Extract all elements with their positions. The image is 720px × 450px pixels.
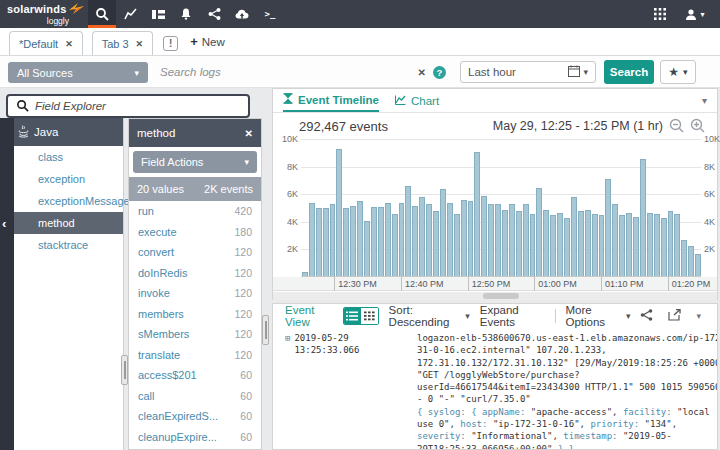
saved-searches-button[interactable]: ★ ▾	[660, 60, 696, 84]
field-value-row: doInRedis120	[129, 263, 261, 284]
chart-bar	[364, 221, 370, 276]
export-icon[interactable]	[668, 309, 681, 323]
nav-alerts[interactable]	[172, 0, 200, 28]
field-value-row: run420	[129, 201, 261, 222]
clear-search-icon[interactable]: ✕	[418, 67, 426, 78]
collapse-panel-icon[interactable]: ▾	[696, 311, 701, 321]
tab-label: Tab 3	[102, 38, 129, 50]
all-sources-label: All Sources	[17, 67, 73, 79]
chart-bar	[412, 206, 418, 276]
solarwinds-loggly-logo[interactable]: solarwinds loggly	[0, 0, 88, 28]
user-menu-button[interactable]: ▾	[678, 8, 712, 21]
chart-bar	[571, 197, 577, 276]
tab-event-timeline-label: Event Timeline	[298, 94, 379, 106]
tree-item-class[interactable]: class	[14, 146, 123, 168]
nav-charts[interactable]	[116, 0, 144, 28]
nav-dashboards[interactable]	[144, 0, 172, 28]
zoom-out-icon[interactable]	[669, 118, 684, 135]
x-tick-label: 12:50 PM	[472, 279, 511, 289]
field-value-row: execute180	[129, 222, 261, 243]
apps-grid-button[interactable]	[646, 8, 674, 20]
y-tick-label: 6K	[275, 189, 298, 199]
nav-source-groups[interactable]	[200, 0, 228, 28]
zoom-in-icon[interactable]	[690, 118, 705, 135]
field-value-name[interactable]: doInRedis	[138, 267, 188, 279]
log-line: "GET /logglyWebStore/purchase?	[417, 369, 718, 381]
chart-bar	[495, 204, 501, 276]
tree-item-method[interactable]: method	[14, 212, 123, 234]
chart-bar	[647, 213, 653, 276]
field-value-name[interactable]: call	[138, 390, 155, 402]
tree-item-stacktrace[interactable]: stacktrace	[14, 234, 123, 256]
field-value-name[interactable]: translate	[138, 349, 180, 361]
event-view-label: Event View	[285, 304, 333, 328]
event-timeline-panel: Event Timeline Chart ▾ 292,467 events Ma…	[272, 88, 718, 300]
field-value-name[interactable]: members	[138, 308, 184, 320]
user-icon	[685, 8, 698, 21]
new-tab-button[interactable]: + New	[190, 34, 225, 49]
field-tree: classexceptionexceptionMessagemethodstac…	[14, 146, 123, 256]
cloud-upload-icon	[235, 9, 249, 20]
tree-item-exceptionMessage[interactable]: exceptionMessage	[14, 190, 123, 212]
log-event: ⊞ 2019-05-29 13:25:33.066 logazon-elb-53…	[273, 327, 717, 450]
chart-bar	[357, 201, 363, 276]
x-tick-label: 01:00 PM	[538, 279, 577, 289]
close-icon[interactable]: ✕	[136, 39, 144, 49]
tree-item-exception[interactable]: exception	[14, 168, 123, 190]
log-line: 31-0-16.ec2.internal" 107.20.1.233,	[417, 344, 718, 356]
plus-icon: +	[190, 34, 198, 49]
search-icon	[16, 99, 29, 114]
scrollbar-handle[interactable]	[483, 293, 519, 299]
tab-overflow-button[interactable]: !	[163, 36, 178, 51]
dashboard-icon	[152, 9, 165, 20]
nav-search[interactable]	[88, 0, 116, 28]
field-value-name[interactable]: convert	[138, 246, 174, 258]
more-options-dropdown[interactable]: More Options ▾	[565, 304, 630, 328]
all-sources-dropdown[interactable]: All Sources ▾	[8, 62, 148, 83]
chart-bar	[605, 179, 611, 276]
nav-source-setup[interactable]	[228, 0, 256, 28]
search-logs-input[interactable]: Search logs ✕ ?	[150, 61, 452, 83]
chart-scrollbar[interactable]	[273, 292, 717, 300]
expand-event-icon[interactable]: ⊞	[285, 332, 290, 450]
view-toggle-group	[343, 307, 379, 325]
field-value-name[interactable]: run	[138, 205, 154, 217]
field-value-name[interactable]: invoke	[138, 287, 170, 299]
field-tree-root[interactable]: Java	[14, 118, 123, 146]
collapse-panel-icon[interactable]: ▾	[702, 95, 707, 106]
share-icon[interactable]	[640, 309, 653, 323]
toolbar-divider	[555, 309, 556, 323]
tab-event-timeline[interactable]: Event Timeline	[283, 89, 379, 112]
chart-plot	[301, 139, 701, 277]
field-value-name[interactable]: cleanExpiredS...	[138, 410, 218, 422]
panel-resize-handle[interactable]	[262, 315, 269, 345]
field-value-count: 60	[240, 390, 252, 402]
field-actions-dropdown[interactable]: Field Actions ▾	[133, 151, 257, 173]
terminal-icon: >_	[265, 9, 276, 19]
chart-bar	[419, 197, 425, 276]
field-explorer-search-input[interactable]: Field Explorer	[6, 94, 250, 118]
chevron-down-icon: ▾	[134, 68, 139, 78]
field-value-name[interactable]: execute	[138, 226, 177, 238]
tab-3[interactable]: Tab 3 ✕	[92, 31, 153, 55]
field-value-name[interactable]: access$201	[138, 369, 197, 381]
help-icon[interactable]: ?	[433, 66, 446, 79]
field-value-name[interactable]: sMembers	[138, 328, 189, 340]
sort-dropdown[interactable]: Sort: Descending ▾	[389, 304, 470, 328]
close-icon[interactable]: ✕	[65, 39, 73, 49]
search-button[interactable]: Search	[604, 60, 654, 84]
nav-live-tail[interactable]: >_	[256, 0, 284, 28]
chart-bar	[343, 208, 349, 276]
expand-events-button[interactable]: Expand Events	[480, 304, 545, 328]
collapse-left-icon[interactable]: ‹	[2, 216, 6, 231]
panel-resize-handle[interactable]	[121, 355, 128, 385]
grid-view-button[interactable]	[361, 308, 378, 324]
tab-chart[interactable]: Chart	[395, 89, 439, 112]
log-line: logazon-elb-538600670.us-east-1.elb.amaz…	[417, 332, 718, 344]
close-icon[interactable]: ✕	[245, 128, 253, 139]
gridline	[301, 139, 701, 140]
tab-default[interactable]: *Default ✕	[9, 31, 83, 55]
time-range-picker[interactable]: Last hour ▾	[460, 61, 596, 83]
list-view-button[interactable]	[344, 308, 361, 324]
field-value-name[interactable]: cleanupExpire...	[138, 431, 217, 443]
